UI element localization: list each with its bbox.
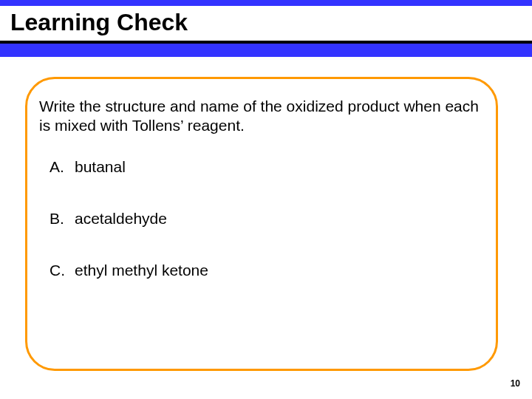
slide: Learning Check Write the structure and n…: [0, 0, 532, 399]
title-band: Learning Check: [0, 0, 532, 57]
item-letter: C.: [50, 262, 75, 279]
item-text: acetaldehyde: [75, 210, 167, 228]
list-item: A. butanal: [50, 158, 493, 176]
title-underline: [0, 41, 532, 44]
item-text: ethyl methyl ketone: [75, 262, 208, 279]
prompt-text: Write the structure and name of the oxid…: [39, 97, 493, 136]
list-item: C. ethyl methyl ketone: [50, 262, 493, 279]
page-number: 10: [511, 378, 520, 389]
item-text: butanal: [75, 158, 126, 176]
content-box: Write the structure and name of the oxid…: [25, 77, 498, 371]
list-item: B. acetaldehyde: [50, 210, 493, 228]
item-letter: B.: [50, 210, 75, 228]
item-letter: A.: [50, 158, 75, 176]
slide-title: Learning Check: [0, 6, 532, 41]
